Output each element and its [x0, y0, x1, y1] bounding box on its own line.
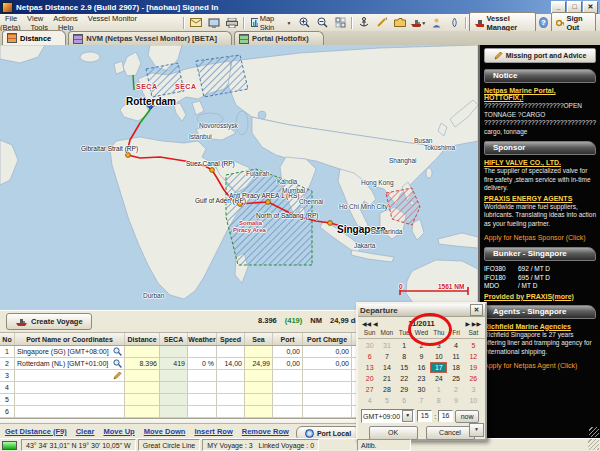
apply-agent-link[interactable]: Apply for Netpas Agent (Click)	[484, 362, 596, 369]
sponsor-link-praxis[interactable]: PRAXIS ENERGY AGENTS	[484, 195, 596, 202]
cell[interactable]	[245, 370, 273, 381]
cell[interactable]: 24,99	[245, 358, 273, 369]
cell[interactable]	[160, 406, 188, 417]
selected-date[interactable]: 17	[430, 362, 447, 373]
cell[interactable]	[188, 370, 217, 381]
cell[interactable]	[125, 346, 160, 357]
date-cell[interactable]: 16	[413, 362, 430, 373]
draw-route-icon[interactable]	[373, 16, 391, 30]
cell[interactable]: Rotterdam (NL) [GMT+01:00]	[15, 358, 125, 369]
date-cell[interactable]: 22	[396, 373, 413, 384]
col-header[interactable]: Port	[273, 333, 303, 345]
tab-portal[interactable]: Portal (Hottofix)	[234, 31, 324, 45]
col-header[interactable]: Sea	[245, 333, 273, 345]
date-cell[interactable]: 28	[378, 384, 395, 395]
agent-link[interactable]: Richfield Marine Agencies	[484, 323, 596, 330]
zoom-in-icon[interactable]	[295, 16, 313, 30]
link-remove-row[interactable]: Remove Row	[242, 427, 289, 436]
cell[interactable]	[125, 394, 160, 405]
printer-icon[interactable]	[223, 16, 241, 30]
date-cell[interactable]: 31	[378, 340, 395, 351]
link-move-down[interactable]: Move Down	[144, 427, 186, 436]
cell[interactable]	[188, 394, 217, 405]
date-cell[interactable]: 8	[430, 395, 447, 406]
tab-distance[interactable]: Distance	[2, 30, 66, 45]
ok-button[interactable]: OK	[369, 426, 418, 440]
map-skin-button[interactable]: Map Skin▼	[247, 13, 296, 33]
cell[interactable]	[245, 382, 273, 393]
col-header[interactable]: Speed	[217, 333, 245, 345]
date-cell[interactable]: 12	[465, 351, 482, 362]
cell[interactable]	[217, 346, 245, 357]
col-header[interactable]: Port Name or Coordinates	[15, 333, 125, 345]
cell[interactable]: 2	[0, 358, 15, 369]
date-cell[interactable]: 1	[396, 340, 413, 351]
link-clear[interactable]: Clear	[76, 427, 95, 436]
hour-input[interactable]: 15	[417, 410, 432, 422]
cell[interactable]	[217, 394, 245, 405]
date-cell[interactable]: 18	[447, 362, 464, 373]
cell[interactable]: 0,00	[273, 358, 303, 369]
cell[interactable]	[217, 406, 245, 417]
link-get-distance-f9-[interactable]: Get Distance (F9)	[5, 427, 67, 436]
date-cell[interactable]: 11	[447, 351, 464, 362]
cell[interactable]	[245, 394, 273, 405]
cell[interactable]	[303, 394, 352, 405]
pencil-icon[interactable]	[113, 371, 122, 381]
sponsor-link-hifly[interactable]: HIFLY VALVE CO., LTD.	[484, 159, 596, 166]
col-header[interactable]: Distance	[125, 333, 160, 345]
cell[interactable]	[303, 406, 352, 417]
date-cell[interactable]: 4	[447, 340, 464, 351]
date-cell[interactable]: 7	[413, 395, 430, 406]
link-move-up[interactable]: Move Up	[103, 427, 134, 436]
date-cell[interactable]: 3	[465, 384, 482, 395]
date-cell[interactable]: 10	[430, 351, 447, 362]
date-cell[interactable]: 30	[361, 340, 378, 351]
cell[interactable]	[125, 406, 160, 417]
calendar-title-bar[interactable]: Departure ✕	[358, 304, 485, 317]
date-cell[interactable]: 1	[430, 384, 447, 395]
cell[interactable]	[160, 346, 188, 357]
date-cell[interactable]: 9	[447, 395, 464, 406]
col-header[interactable]: SECA	[160, 333, 188, 345]
cell[interactable]	[125, 382, 160, 393]
apply-sponsor-link[interactable]: Apply for Netpas Sponsor (Click)	[484, 234, 596, 241]
cell[interactable]: 4	[0, 382, 15, 393]
cell[interactable]	[303, 370, 352, 381]
date-cell[interactable]: 4	[361, 395, 378, 406]
cell[interactable]	[15, 370, 125, 381]
date-cell[interactable]: 21	[378, 373, 395, 384]
calendar-close-icon[interactable]: ✕	[470, 304, 483, 316]
cell[interactable]: 0 %	[188, 358, 217, 369]
minute-input[interactable]: 16	[438, 410, 453, 422]
cell[interactable]: 3	[0, 370, 15, 381]
cancel-button[interactable]: Cancel	[426, 426, 475, 440]
date-cell[interactable]: 9	[413, 351, 430, 362]
tab-nvm[interactable]: NVM (Netpas Vessel Monitor) [BETA]	[68, 31, 232, 45]
hidden-combo-arrow[interactable]: ▼	[469, 423, 484, 437]
next-month-button[interactable]: ▶	[465, 320, 470, 327]
cell[interactable]	[188, 406, 217, 417]
date-cell[interactable]: 10	[465, 395, 482, 406]
cell[interactable]: 0,00	[273, 346, 303, 357]
cell[interactable]: 1	[0, 346, 15, 357]
cell[interactable]	[273, 370, 303, 381]
missing-port-button[interactable]: Missing port and Advice	[484, 48, 596, 63]
ship-tool-icon[interactable]: ▼	[409, 16, 427, 30]
timezone-select[interactable]: GMT+09:00▼	[361, 409, 415, 423]
folder-icon[interactable]	[391, 16, 409, 30]
zoom-out-icon[interactable]	[313, 16, 331, 30]
cell[interactable]	[188, 346, 217, 357]
cell[interactable]: 5	[0, 394, 15, 405]
next-year-button[interactable]: ▶▶	[472, 320, 481, 327]
date-cell[interactable]: 19	[465, 362, 482, 373]
cell[interactable]	[15, 394, 125, 405]
now-button[interactable]: now	[455, 410, 479, 423]
cell[interactable]	[245, 346, 273, 357]
zoom-fit-icon[interactable]	[331, 16, 349, 30]
fuel-icon[interactable]	[445, 16, 463, 30]
cell[interactable]	[217, 370, 245, 381]
date-cell[interactable]: 25	[447, 373, 464, 384]
date-cell[interactable]: 27	[361, 384, 378, 395]
help-icon[interactable]: ?	[539, 17, 548, 28]
